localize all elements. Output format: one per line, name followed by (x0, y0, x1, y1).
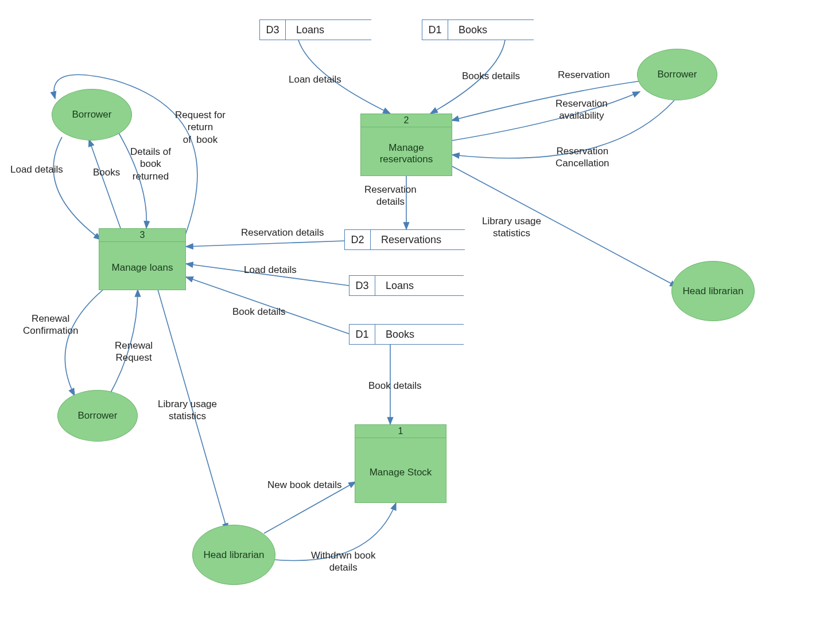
flow-reservation: Reservation (558, 69, 610, 81)
process-number: 2 (361, 114, 452, 127)
svg-line-5 (89, 139, 121, 228)
entity-head-librarian-bottom: Head librarian (192, 525, 275, 585)
entity-borrower-top: Borrower (52, 89, 132, 140)
flow-reservation-details-b: Reservation details (241, 227, 324, 239)
process-number: 1 (355, 425, 446, 438)
flow-renewal-request: Renewal Request (115, 339, 153, 364)
flow-book-details-a: Book details (232, 306, 286, 318)
flow-reservation-details-a: Reservation details (364, 184, 417, 208)
process-title: Manage Stock (355, 438, 446, 506)
flow-library-usage-stats-a: Library usage statistics (482, 215, 541, 240)
datastore-books-top: D1 Books (422, 19, 534, 40)
flow-request-return-book: Request for return of book (175, 109, 226, 146)
flow-loan-details: Loan details (289, 73, 341, 85)
entity-label: Borrower (72, 109, 112, 120)
entity-borrower-bottom: Borrower (57, 390, 138, 442)
flow-library-usage-stats-b: Library usage statistics (158, 398, 217, 423)
process-number: 3 (99, 229, 185, 242)
process-manage-stock: 1 Manage Stock (355, 424, 446, 503)
flow-renewal-confirmation: Renewal Confirmation (23, 313, 78, 337)
entity-label: Borrower (658, 69, 697, 80)
flow-load-details-a: Load details (10, 163, 63, 175)
diagram-connectors (0, 0, 835, 644)
flow-book-details-b: Book details (368, 380, 422, 392)
datastore-reservations: D2 Reservations (344, 229, 465, 250)
datastore-id: D1 (349, 325, 375, 344)
entity-label: Head librarian (683, 286, 744, 297)
flow-new-book-details: New book details (267, 479, 341, 491)
datastore-name: Loans (286, 20, 371, 40)
flow-books: Books (93, 166, 120, 178)
svg-line-2 (186, 241, 344, 247)
datastore-id: D1 (422, 20, 448, 40)
datastore-name: Books (448, 20, 534, 40)
datastore-loans-mid: D3 Loans (349, 275, 464, 296)
flow-withdrawn-book-details: Withdrwn book details (311, 549, 375, 574)
process-manage-loans: 3 Manage loans (99, 228, 186, 290)
entity-borrower-right: Borrower (637, 49, 717, 100)
flow-reservation-cancellation: Reservation Cancellation (556, 145, 609, 170)
process-manage-reservations: 2 Manage reservations (360, 114, 452, 176)
datastore-name: Books (375, 325, 464, 344)
datastore-id: D3 (349, 276, 375, 295)
process-title: Manage loans (99, 242, 185, 294)
datastore-id: D2 (344, 230, 371, 249)
entity-head-librarian-right: Head librarian (671, 261, 755, 321)
entity-label: Head librarian (204, 549, 265, 561)
flow-reservation-availability: Reservation availability (556, 97, 608, 122)
entity-label: Borrower (78, 410, 118, 421)
process-title: Manage reservations (361, 127, 452, 179)
flow-load-details-b: Load details (244, 264, 297, 276)
flow-details-book-returned: Details of book returned (130, 146, 171, 182)
datastore-books-mid: D1 Books (349, 324, 464, 345)
datastore-name: Reservations (371, 230, 465, 249)
datastore-loans-top: D3 Loans (259, 19, 371, 40)
datastore-id: D3 (259, 20, 286, 40)
datastore-name: Loans (375, 276, 464, 295)
flow-books-details: Books details (462, 70, 520, 82)
